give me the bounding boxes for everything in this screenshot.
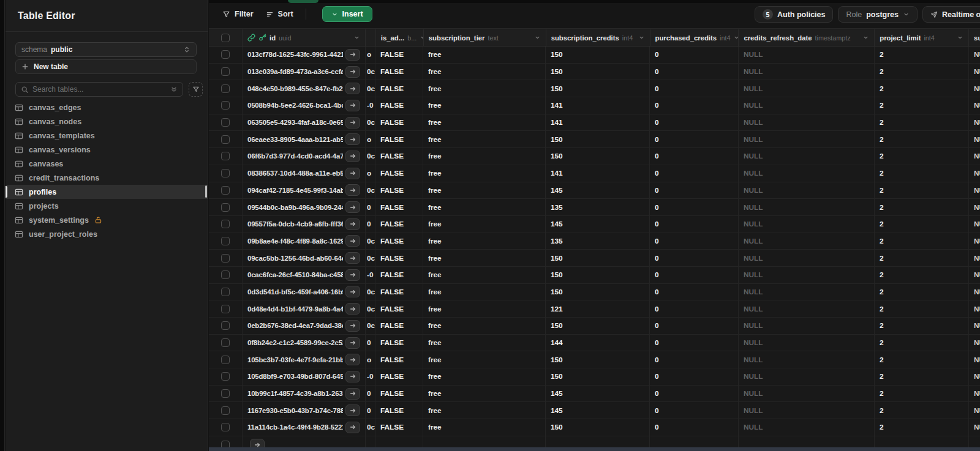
cell-project_limit[interactable]: 2 [875, 114, 969, 131]
cell-clip[interactable]: 0c [366, 300, 375, 317]
cell-subscription_credits[interactable]: 141 [546, 97, 650, 114]
cell-credits_refresh_date[interactable]: NULL [739, 114, 875, 131]
cell-is_admin[interactable]: FALSE [375, 182, 423, 199]
cell-su[interactable]: NULL [969, 402, 980, 419]
cell-is_admin[interactable]: FALSE [375, 233, 423, 250]
cell-credits_refresh_date[interactable]: NULL [739, 199, 875, 215]
cell-subscription_tier[interactable]: free [423, 351, 546, 368]
cell-purchased_credits[interactable]: 0 [650, 182, 739, 199]
cell-id[interactable]: 048c4e50-b989-455e-847e-fb2f... [243, 80, 366, 97]
cell-clip[interactable]: o [366, 47, 375, 63]
cell-subscription_credits[interactable]: 150 [546, 267, 650, 283]
column-header-subscription_tier[interactable]: subscription_tiertext [424, 29, 546, 46]
cell-purchased_credits[interactable]: 0 [650, 402, 739, 419]
cell-subscription_tier[interactable]: free [423, 233, 546, 250]
sidebar-item-system_settings[interactable]: system_settings [6, 213, 208, 227]
cell-subscription_credits[interactable]: 135 [546, 199, 650, 215]
cell-purchased_credits[interactable]: 0 [650, 47, 739, 63]
cell-purchased_credits[interactable]: 0 [650, 80, 739, 97]
cell-clip[interactable]: 0c [366, 419, 375, 436]
sidebar-item-canvas_versions[interactable]: canvas_versions [6, 143, 208, 157]
cell-clip[interactable]: o [366, 131, 375, 147]
cell-clip[interactable]: 0c [366, 80, 375, 97]
cell-subscription_credits[interactable]: 135 [546, 233, 650, 250]
cell-credits_refresh_date[interactable]: NULL [739, 148, 875, 165]
cell-id[interactable]: 013cf78d-1625-43fc-9961-442189... [243, 47, 366, 63]
cell-credits_refresh_date[interactable]: NULL [739, 368, 875, 385]
cell-credits_refresh_date[interactable]: NULL [739, 318, 875, 334]
cell-purchased_credits[interactable]: 0 [650, 97, 739, 114]
cell-project_limit[interactable]: 2 [875, 165, 969, 182]
column-header-id[interactable]: iduuid [243, 29, 366, 46]
cell-su[interactable]: NULL [969, 284, 980, 300]
cell-is_admin[interactable]: FALSE [375, 419, 423, 436]
cell-credits_refresh_date[interactable]: NULL [739, 300, 875, 317]
cell-clip[interactable]: 0c [366, 284, 375, 300]
cell-subscription_tier[interactable]: free [423, 64, 546, 80]
cell-clip[interactable]: 0c [366, 233, 375, 250]
cell-purchased_credits[interactable]: 0 [650, 386, 739, 402]
expand-row-button[interactable] [345, 269, 360, 281]
cell-clip[interactable]: 0c [366, 318, 375, 334]
new-table-button[interactable]: New table [15, 59, 197, 74]
cell-purchased_credits[interactable]: 0 [650, 148, 739, 165]
row-checkbox[interactable] [209, 233, 243, 250]
cell-project_limit[interactable]: 2 [875, 250, 969, 266]
row-checkbox[interactable] [209, 47, 243, 63]
cell-subscription_credits[interactable]: 150 [546, 368, 650, 385]
cell-subscription_tier[interactable]: free [423, 250, 546, 266]
cell-subscription_tier[interactable]: free [423, 131, 546, 147]
row-checkbox[interactable] [209, 80, 243, 97]
cell-credits_refresh_date[interactable]: NULL [739, 335, 875, 351]
cell-id[interactable]: 0eb2b676-38ed-4ea7-9dad-38e6... [243, 318, 366, 334]
cell-subscription_credits[interactable]: 150 [546, 148, 650, 165]
cell-id[interactable]: 094caf42-7185-4e45-99f3-14abee... [243, 182, 366, 199]
row-checkbox[interactable] [209, 114, 243, 131]
row-checkbox[interactable] [209, 250, 243, 266]
expand-row-button[interactable] [345, 303, 360, 315]
row-checkbox[interactable] [209, 165, 243, 182]
row-checkbox[interactable] [209, 199, 243, 215]
cell-subscription_credits[interactable]: 145 [546, 386, 650, 402]
sidebar-scrollbar-thumb[interactable] [205, 185, 207, 198]
sidebar-item-canvas_nodes[interactable]: canvas_nodes [6, 114, 208, 129]
sidebar-item-canvas_templates[interactable]: canvas_templates [6, 129, 208, 143]
column-header-project_limit[interactable]: project_limitint4 [875, 29, 969, 46]
cell-subscription_tier[interactable]: free [423, 182, 546, 199]
column-header-subscription_credits[interactable]: subscription_creditsint4 [546, 29, 650, 46]
cell-su[interactable]: NULL [969, 318, 980, 334]
cell-project_limit[interactable]: 2 [875, 97, 969, 114]
cell-purchased_credits[interactable]: 0 [650, 284, 739, 300]
cell-is_admin[interactable]: FALSE [375, 199, 423, 215]
cell-subscription_tier[interactable]: free [423, 47, 546, 63]
cell-su[interactable]: NULL [969, 114, 980, 131]
horizontal-scroll-strip[interactable] [209, 447, 980, 451]
cell-clip[interactable]: 0c [366, 182, 375, 199]
cell-clip[interactable]: -0 [366, 368, 375, 385]
sort-button[interactable]: Sort [260, 6, 300, 22]
cell-project_limit[interactable]: 2 [875, 300, 969, 317]
cell-subscription_credits[interactable]: 150 [546, 131, 650, 147]
cell-su[interactable]: NULL [969, 148, 980, 165]
cell-project_limit[interactable]: 2 [875, 267, 969, 283]
row-checkbox[interactable] [209, 335, 243, 351]
cell-is_admin[interactable]: FALSE [375, 165, 423, 182]
cell-subscription_tier[interactable]: free [423, 165, 546, 182]
cell-subscription_tier[interactable]: free [423, 386, 546, 402]
row-checkbox[interactable] [209, 300, 243, 317]
cell-is_admin[interactable]: FALSE [375, 368, 423, 385]
cell-credits_refresh_date[interactable]: NULL [739, 80, 875, 97]
cell-id[interactable]: 063505e5-4293-4faf-a18c-0e65b... [243, 114, 366, 131]
cell-subscription_tier[interactable]: free [423, 80, 546, 97]
expand-row-button[interactable] [345, 83, 360, 94]
cell-purchased_credits[interactable]: 0 [650, 335, 739, 351]
row-checkbox[interactable] [209, 284, 243, 300]
cell-clip[interactable]: 0 [366, 335, 375, 351]
cell-id[interactable]: 0cac6fca-26cf-4510-84ba-c4580... [243, 267, 366, 283]
cell-subscription_credits[interactable]: 150 [546, 250, 650, 266]
cell-project_limit[interactable]: 2 [875, 148, 969, 165]
chevron-down-icon[interactable] [353, 34, 360, 41]
cell-project_limit[interactable]: 2 [875, 335, 969, 351]
cell-subscription_tier[interactable]: free [423, 335, 546, 351]
cell-su[interactable]: NULL [969, 335, 980, 351]
